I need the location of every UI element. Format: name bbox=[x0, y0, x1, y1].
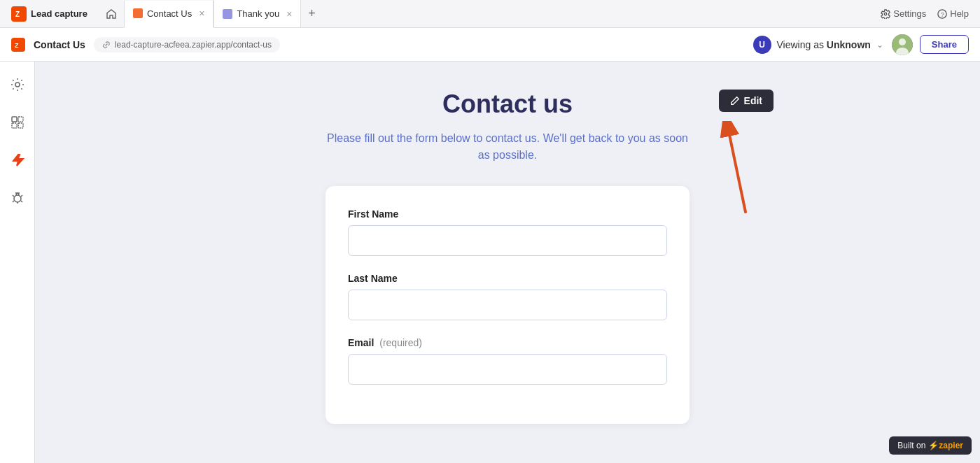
svg-point-10 bbox=[15, 83, 20, 87]
tab-contact-us[interactable]: Contact Us × bbox=[124, 1, 214, 28]
address-bar: Z Contact Us lead-capture-acfeea.zapier.… bbox=[0, 28, 980, 62]
arrow-annotation bbox=[704, 121, 760, 219]
page-title-bar: Contact Us bbox=[34, 39, 85, 50]
field-first-name: First Name bbox=[348, 208, 667, 256]
settings-button[interactable]: Settings bbox=[881, 8, 926, 19]
built-on-prefix: Built on bbox=[897, 441, 925, 450]
tab-add-button[interactable]: + bbox=[301, 6, 323, 21]
main-layout: Edit Contact us Please fill out the form… bbox=[0, 62, 980, 463]
svg-line-17 bbox=[728, 128, 746, 212]
svg-text:Z: Z bbox=[15, 10, 20, 18]
page-favicon: Z bbox=[11, 38, 25, 52]
svg-rect-13 bbox=[12, 123, 17, 128]
viewing-label: Viewing as Unknown bbox=[777, 39, 871, 50]
tab-contact-us-label: Contact Us bbox=[147, 8, 192, 19]
app-logo-icon: Z bbox=[11, 6, 27, 22]
svg-rect-14 bbox=[18, 123, 23, 128]
user-avatar[interactable] bbox=[892, 34, 913, 55]
chevron-down-icon: ⌄ bbox=[876, 40, 883, 50]
form-title: Contact us bbox=[326, 90, 690, 119]
label-email: Email (required) bbox=[348, 337, 667, 348]
svg-rect-12 bbox=[18, 117, 23, 122]
content-area: Edit Contact us Please fill out the form… bbox=[35, 62, 980, 463]
tab-thank-you-label: Thank you bbox=[237, 8, 279, 19]
sidebar-item-layout[interactable] bbox=[6, 111, 29, 134]
svg-text:?: ? bbox=[941, 10, 944, 17]
input-last-name[interactable] bbox=[348, 290, 667, 320]
field-email: Email (required) bbox=[348, 337, 667, 385]
edit-label: Edit bbox=[744, 95, 762, 106]
sidebar bbox=[0, 62, 35, 463]
viewing-user: Unknown bbox=[827, 39, 871, 50]
tab-thank-you-close[interactable]: × bbox=[286, 9, 292, 19]
sidebar-item-debug[interactable] bbox=[6, 186, 29, 210]
sidebar-item-settings[interactable] bbox=[6, 73, 29, 97]
field-last-name: Last Name bbox=[348, 273, 667, 320]
svg-rect-11 bbox=[12, 117, 17, 122]
home-tab[interactable] bbox=[99, 0, 124, 27]
svg-rect-3 bbox=[223, 9, 232, 19]
tab-actions: Settings ? Help bbox=[881, 8, 980, 19]
tab-bar: Z Lead capture Contact Us × Thank you × … bbox=[0, 0, 980, 28]
built-on-badge: Built on ⚡zapier bbox=[889, 436, 972, 455]
share-button[interactable]: Share bbox=[920, 35, 969, 54]
input-first-name[interactable] bbox=[348, 225, 667, 256]
tab-thank-you[interactable]: Thank you × bbox=[214, 0, 301, 27]
svg-point-15 bbox=[14, 195, 21, 202]
help-button[interactable]: ? Help bbox=[937, 8, 969, 19]
zapier-logo: ⚡zapier bbox=[928, 441, 963, 450]
required-indicator: (required) bbox=[379, 337, 422, 348]
sidebar-item-zap[interactable] bbox=[6, 148, 29, 172]
svg-text:Z: Z bbox=[15, 42, 19, 49]
svg-rect-2 bbox=[133, 8, 143, 18]
input-email[interactable] bbox=[348, 354, 667, 385]
settings-label: Settings bbox=[893, 8, 926, 19]
help-label: Help bbox=[950, 8, 969, 19]
app-logo[interactable]: Z Lead capture bbox=[6, 3, 93, 24]
label-first-name: First Name bbox=[348, 208, 667, 220]
viewing-avatar: U bbox=[753, 36, 771, 54]
addr-right: Share bbox=[892, 34, 969, 55]
svg-point-8 bbox=[899, 38, 906, 45]
url-text: lead-capture-acfeea.zapier.app/contact-u… bbox=[115, 40, 272, 50]
url-pill[interactable]: lead-capture-acfeea.zapier.app/contact-u… bbox=[94, 37, 280, 52]
form-subtitle: Please fill out the form below to contac… bbox=[326, 130, 690, 164]
viewing-as-selector[interactable]: U Viewing as Unknown ⌄ bbox=[753, 36, 883, 54]
tab-contact-us-close[interactable]: × bbox=[199, 8, 204, 18]
app-name-label: Lead capture bbox=[31, 8, 88, 19]
edit-button[interactable]: Edit bbox=[719, 90, 774, 112]
form-wrapper: Edit Contact us Please fill out the form… bbox=[326, 90, 690, 407]
form-card: First Name Last Name Email (required) bbox=[326, 186, 690, 424]
label-last-name: Last Name bbox=[348, 273, 667, 284]
